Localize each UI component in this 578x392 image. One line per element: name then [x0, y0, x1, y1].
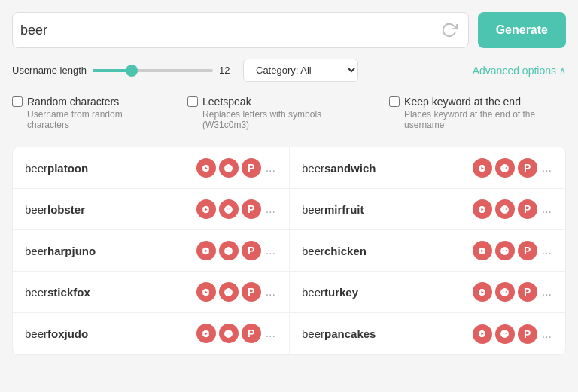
more-button[interactable]: ...	[540, 327, 553, 341]
youtube-icon[interactable]	[196, 199, 216, 219]
pinterest-icon[interactable]: P	[518, 241, 537, 260]
svg-point-25	[227, 333, 228, 334]
reddit-icon[interactable]	[219, 282, 239, 302]
youtube-icon[interactable]	[473, 241, 492, 260]
pinterest-icon[interactable]: P	[242, 282, 261, 302]
username-text: beersandwich	[302, 162, 467, 175]
random-desc: Username from random characters	[12, 109, 157, 130]
reddit-icon[interactable]	[219, 158, 239, 178]
table-row: beerlobster P ...	[13, 189, 289, 230]
leetspeak-label: Leetspeak	[202, 96, 251, 108]
youtube-icon[interactable]	[196, 158, 216, 178]
pinterest-icon[interactable]: P	[518, 199, 537, 219]
keyword-end-label: Keep keyword at the end	[404, 96, 521, 108]
generate-button[interactable]: Generate	[478, 12, 566, 48]
results-section: beerplatoon P ... beersandwich	[12, 147, 566, 355]
social-icons: P ...	[473, 158, 553, 178]
reddit-icon[interactable]	[219, 324, 239, 343]
svg-point-20	[230, 291, 231, 293]
social-icons: P ...	[196, 324, 277, 343]
more-button[interactable]: ...	[540, 161, 553, 175]
youtube-icon[interactable]	[473, 282, 492, 302]
search-input[interactable]	[20, 23, 438, 38]
pinterest-icon[interactable]: P	[242, 158, 261, 178]
more-button[interactable]: ...	[540, 244, 553, 257]
keyword-end-desc: Places keyword at the end of the usernam…	[389, 109, 566, 130]
reddit-icon[interactable]	[219, 199, 239, 219]
table-row: beermirfruit P ...	[289, 189, 565, 230]
pinterest-icon[interactable]: P	[242, 241, 261, 260]
reddit-icon[interactable]	[495, 158, 515, 178]
pinterest-icon[interactable]: P	[518, 324, 537, 344]
refresh-button[interactable]	[438, 19, 461, 41]
more-button[interactable]: ...	[540, 202, 553, 216]
svg-point-15	[500, 247, 509, 255]
username-suffix: platoon	[47, 162, 88, 175]
more-button[interactable]: ...	[264, 285, 277, 299]
social-icons: P ...	[196, 158, 277, 178]
youtube-icon[interactable]	[473, 324, 492, 344]
reddit-icon[interactable]	[495, 324, 515, 344]
svg-point-14	[230, 250, 231, 251]
reddit-icon[interactable]	[219, 241, 239, 260]
more-button[interactable]: ...	[264, 161, 277, 175]
more-button[interactable]: ...	[264, 244, 277, 257]
youtube-icon[interactable]	[196, 241, 216, 260]
search-box	[12, 12, 469, 48]
pinterest-icon[interactable]: P	[518, 158, 537, 178]
table-row: beerturkey P ...	[289, 272, 565, 313]
length-slider[interactable]	[93, 69, 213, 72]
username-text: beerfoxjudo	[25, 327, 190, 340]
username-keyword: beer	[25, 327, 47, 340]
username-suffix: turkey	[324, 286, 358, 299]
youtube-icon[interactable]	[196, 282, 216, 302]
reddit-icon[interactable]	[495, 282, 515, 302]
reddit-icon[interactable]	[495, 199, 515, 219]
svg-point-2	[230, 167, 231, 169]
checkbox-leetspeak: Leetspeak Replaces letters with symbols …	[187, 96, 359, 130]
svg-point-5	[506, 167, 507, 169]
table-row: beerfoxjudo P ...	[13, 313, 289, 354]
username-text: beermirfruit	[302, 203, 467, 216]
username-keyword: beer	[302, 162, 324, 175]
category-select[interactable]: Category: All Category: Animals Category…	[243, 59, 358, 82]
svg-point-26	[230, 333, 231, 334]
pinterest-icon[interactable]: P	[242, 324, 261, 343]
table-row: beerplatoon P ...	[13, 147, 289, 189]
username-suffix: sandwich	[324, 162, 376, 175]
more-button[interactable]: ...	[264, 327, 277, 340]
pinterest-icon[interactable]: P	[518, 282, 537, 302]
youtube-icon[interactable]	[196, 324, 216, 343]
more-button[interactable]: ...	[264, 202, 277, 216]
pinterest-icon[interactable]: P	[242, 199, 261, 219]
svg-point-12	[224, 247, 233, 255]
username-text: beerplatoon	[25, 162, 190, 175]
table-row: beersandwich P ...	[289, 147, 565, 189]
checkbox-keyword-end: Keep keyword at the end Places keyword a…	[389, 96, 566, 130]
random-checkbox[interactable]	[12, 96, 23, 107]
youtube-icon[interactable]	[473, 199, 492, 219]
table-row: beerchicken P ...	[289, 230, 565, 272]
leetspeak-checkbox[interactable]	[187, 96, 198, 107]
results-grid: beerplatoon P ... beersandwich	[13, 147, 565, 354]
username-keyword: beer	[25, 245, 47, 257]
youtube-icon[interactable]	[473, 158, 492, 178]
svg-point-24	[224, 330, 233, 338]
more-button[interactable]: ...	[540, 285, 553, 299]
username-text: beerharpjuno	[25, 245, 190, 257]
advanced-options-toggle[interactable]: Advanced options ∧	[473, 65, 566, 77]
social-icons: P ...	[473, 282, 553, 302]
keyword-end-checkbox[interactable]	[389, 96, 400, 107]
svg-point-4	[503, 167, 504, 169]
username-keyword: beer	[25, 162, 47, 175]
svg-point-18	[224, 288, 233, 296]
username-keyword: beer	[302, 327, 324, 340]
social-icons: P ...	[473, 199, 553, 219]
chevron-up-icon: ∧	[559, 65, 566, 76]
svg-point-6	[224, 205, 233, 214]
username-keyword: beer	[25, 203, 47, 216]
svg-point-28	[503, 333, 504, 334]
svg-point-21	[500, 288, 509, 296]
reddit-icon[interactable]	[495, 241, 515, 260]
checkbox-random: Random characters Username from random c…	[12, 96, 157, 130]
